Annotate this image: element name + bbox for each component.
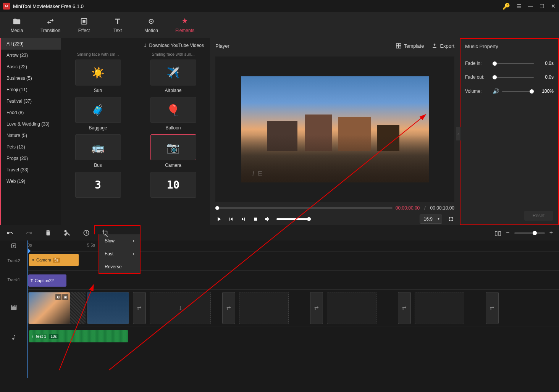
maximize-button[interactable]: ☐ [539, 3, 544, 9]
audio-track[interactable]: ♪ test 1 10s [27, 326, 559, 349]
transition-slot-2[interactable]: ⇄ [222, 292, 235, 324]
track1-header: Track1 [0, 270, 27, 289]
transition-slot-4[interactable]: ⇄ [398, 292, 411, 324]
category-business[interactable]: Business (5) [1, 73, 61, 84]
element-thumb[interactable]: 🧳 [75, 97, 121, 123]
speaker-icon[interactable]: 🔊 [493, 88, 499, 94]
player-title: Player [215, 43, 388, 49]
play-button[interactable] [215, 216, 222, 223]
minimize-button[interactable]: — [528, 3, 533, 9]
transition-slot-3[interactable]: ⇄ [310, 292, 323, 324]
element-item[interactable]: 🧳Baggage [65, 97, 131, 131]
element-thumb[interactable]: 🚌 [75, 134, 121, 160]
undo-button[interactable] [6, 229, 14, 237]
fade-out-slider[interactable] [493, 77, 534, 78]
audio-track-header [0, 326, 27, 349]
placeholder-slot[interactable] [327, 292, 376, 324]
timeline-toolbar: ▯▯ − + [0, 225, 559, 240]
speed-reverse[interactable]: Reverse [99, 260, 140, 273]
speed-highlight-box [94, 225, 141, 234]
effect-icon [80, 17, 88, 26]
placeholder-slot[interactable] [415, 292, 464, 324]
transition-slot-5[interactable]: ⇄ [486, 292, 499, 324]
camera-clip[interactable]: ✦ Camera 5s [29, 254, 79, 266]
tab-effect[interactable]: Effect [67, 15, 101, 35]
delete-button[interactable] [44, 229, 52, 237]
volume-icon[interactable] [264, 216, 271, 223]
video-preview[interactable]: / E [241, 76, 429, 182]
volume-slider[interactable] [276, 218, 311, 220]
placeholder-slot[interactable] [239, 292, 289, 324]
placeholder-slot[interactable]: ⤓ [150, 292, 211, 324]
stop-button[interactable] [252, 216, 259, 223]
category-nature[interactable]: Nature (5) [1, 130, 61, 141]
transition-crossfade[interactable] [70, 292, 86, 324]
download-youtube-link[interactable]: Download YouTube Videos [149, 43, 204, 48]
split-button[interactable] [63, 229, 71, 237]
aspect-ratio-select[interactable]: 16:9 [420, 215, 442, 224]
redo-button[interactable] [25, 229, 33, 237]
elements-icon [181, 17, 189, 26]
element-item[interactable]: ☀️Sun [65, 60, 131, 93]
category-props[interactable]: Props (20) [1, 153, 61, 164]
tab-text[interactable]: Text [101, 15, 134, 35]
tab-transition[interactable]: Transition [34, 15, 67, 35]
prev-frame-button[interactable] [228, 216, 234, 223]
fade-in-slider[interactable] [493, 63, 534, 64]
element-item[interactable]: 3 [65, 172, 131, 198]
element-thumb[interactable]: 📷 [150, 134, 196, 160]
element-label: Balloon [165, 125, 181, 131]
reset-button[interactable]: Reset [524, 211, 553, 221]
element-item[interactable]: 🚌Bus [65, 134, 131, 168]
zoom-out-button[interactable]: − [506, 229, 509, 236]
zoom-in-button[interactable]: + [549, 229, 553, 236]
transition-slot-1[interactable]: ⇄ [133, 292, 146, 324]
fullscreen-button[interactable] [448, 216, 454, 223]
category-pets[interactable]: Pets (13) [1, 141, 61, 153]
speed-button[interactable] [82, 229, 90, 237]
playhead[interactable] [27, 240, 28, 378]
menu-icon[interactable]: ☰ [516, 3, 522, 9]
video-track[interactable]: ◐▣ ⇄ ⤓ ⇄ ⇄ ⇄ ⇄ [27, 289, 559, 326]
speed-fast[interactable]: Fast› [99, 247, 140, 260]
category-basic[interactable]: Basic (22) [1, 61, 61, 73]
category-arrow[interactable]: Arrow (23) [1, 50, 61, 61]
export-button[interactable]: Export [431, 43, 454, 49]
category-web[interactable]: Web (19) [1, 176, 61, 187]
element-item[interactable]: 10 [140, 172, 206, 198]
time-current: 00:00:00.00 [396, 205, 420, 211]
video-clip-2[interactable] [87, 292, 129, 324]
category-emoji[interactable]: Emoji (11) [1, 84, 61, 95]
top-toolbar: Media Transition Effect Text Motion Elem… [0, 12, 559, 38]
key-icon[interactable]: 🔑 [502, 3, 510, 10]
seek-slider[interactable] [215, 207, 393, 209]
tab-motion[interactable]: Motion [134, 15, 168, 35]
element-thumb[interactable]: 3 [75, 172, 121, 198]
category-love[interactable]: Love & Wedding (33) [1, 118, 61, 130]
element-thumb[interactable]: ☀️ [75, 60, 121, 85]
tab-elements[interactable]: Elements [168, 15, 202, 35]
next-frame-button[interactable] [240, 216, 247, 223]
add-track-button[interactable] [0, 240, 27, 251]
element-item[interactable]: 📷Camera [140, 134, 206, 168]
audio-clip[interactable]: ♪ test 1 10s [29, 330, 128, 342]
element-thumb[interactable]: ✈️ [150, 60, 196, 85]
template-button[interactable]: Template [396, 43, 424, 49]
category-festival[interactable]: Festival (37) [1, 95, 61, 107]
element-thumb[interactable]: 10 [150, 172, 196, 198]
category-travel[interactable]: Travel (33) [1, 164, 61, 176]
category-food[interactable]: Food (8) [1, 107, 61, 118]
volume-prop-slider[interactable] [502, 91, 534, 92]
fit-icon[interactable]: ▯▯ [494, 229, 501, 237]
fade-out-value: 0.0s [537, 74, 554, 80]
collapse-panel-button[interactable]: › [456, 127, 460, 140]
zoom-slider[interactable] [514, 232, 545, 234]
element-item[interactable]: ✈️Airplane [140, 60, 206, 93]
element-thumb[interactable]: 🎈 [150, 97, 196, 123]
tab-media[interactable]: Media [0, 15, 34, 35]
element-item[interactable]: 🎈Balloon [140, 97, 206, 131]
category-all[interactable]: All (229) [1, 38, 61, 50]
close-button[interactable]: ✕ [551, 3, 556, 9]
video-clip-1[interactable]: ◐▣ [28, 292, 70, 324]
caption-clip[interactable]: T Caption22 [28, 274, 66, 287]
